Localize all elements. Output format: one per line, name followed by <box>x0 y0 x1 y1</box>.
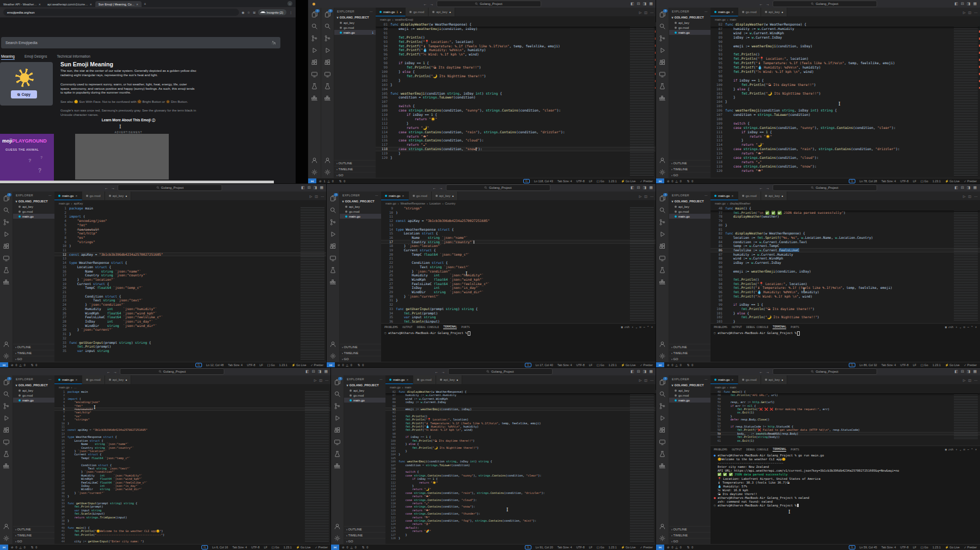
extensions-puzzle-icon[interactable]: ⊞ <box>253 10 255 14</box>
encoding-indicator[interactable]: UTF-8 <box>900 546 908 549</box>
problems-status[interactable]: ⊘0△0 <box>335 363 355 367</box>
sidebar-section-go[interactable]: › GO <box>340 356 381 362</box>
tab-size-indicator[interactable]: Tab Size: 4 <box>881 363 896 367</box>
nav-back-icon[interactable]: ← <box>433 186 437 190</box>
window-title-bar[interactable]: ←→Golang_Project◧⊟◨▦ <box>331 368 656 375</box>
cursor-position[interactable]: Ln 86, Col 32 <box>860 363 877 367</box>
new-terminal-icon[interactable]: + <box>955 325 957 329</box>
sidebar-section-outline[interactable]: › OUTLINE <box>669 526 710 532</box>
browser-tab-weatherapi-json[interactable]: api.weatherapi.com/v1/curre… ✕ <box>44 1 95 7</box>
gear-icon[interactable] <box>659 168 666 175</box>
tab-close-icon[interactable]: ✕ <box>402 194 404 197</box>
split-editor-icon[interactable]: ◫ <box>644 378 647 382</box>
tab-close-icon[interactable]: ✕ <box>731 10 733 14</box>
customize-layout-icon[interactable]: ▦ <box>324 369 328 374</box>
tab-api_key[interactable]: api_key● <box>105 191 132 200</box>
eol-indicator[interactable]: LF <box>589 363 592 367</box>
tab-api_key[interactable]: api_key● <box>428 8 455 16</box>
gear-icon[interactable] <box>334 534 341 541</box>
sidebar-section-outline[interactable]: › OUTLINE <box>669 344 710 350</box>
debug-icon[interactable] <box>3 230 10 237</box>
remote-icon[interactable] <box>659 254 666 261</box>
tab-close-icon[interactable]: ✕ <box>75 378 77 381</box>
run-button[interactable]: ▷ <box>963 378 966 382</box>
tab-api_key[interactable]: api_key● <box>761 8 788 16</box>
toggle-panel-icon[interactable]: ⊟ <box>308 186 311 190</box>
project-root-row[interactable]: ∨ GOLANG_PROJECT <box>334 15 376 20</box>
sidebar-section-outline[interactable]: › OUTLINE <box>344 526 385 532</box>
explorer-more-icon[interactable]: ⋯ <box>370 10 373 13</box>
maximize-panel-icon[interactable]: ^ <box>971 448 973 451</box>
split-panel-icon[interactable]: ⊟ <box>964 448 965 451</box>
prettier-indicator[interactable]: ✓ Prettier <box>315 546 328 549</box>
toggle-sidebar-icon[interactable]: ◧ <box>954 2 958 6</box>
split-editor-icon[interactable]: ◫ <box>968 378 971 382</box>
prettier-indicator[interactable]: ✓ Prettier <box>640 546 653 549</box>
scm-icon[interactable] <box>311 34 318 41</box>
scm-icon[interactable] <box>659 402 666 409</box>
learn-more-link[interactable]: Learn More About This Emoji ⓘ <box>60 118 197 123</box>
window-title-bar[interactable]: ←→Golang_Project◧⊟◨▦ <box>656 0 980 8</box>
eol-indicator[interactable]: LF <box>913 546 916 549</box>
command-center-search[interactable]: Golang_Project <box>448 368 553 375</box>
breadcrumb-segment[interactable]: main <box>405 386 411 389</box>
breadcrumb-segment[interactable]: Country <box>445 202 455 205</box>
toggle-panel-icon[interactable]: ⊟ <box>637 186 640 190</box>
cursor-position[interactable]: Ln 6, Col 16 <box>212 546 228 549</box>
nav-tab-emoji-designs[interactable]: Emoji Designs <box>24 54 47 60</box>
command-center-search[interactable]: Golang_Project <box>120 368 224 375</box>
file-row-go.mod[interactable]: go.mod <box>344 393 385 398</box>
file-row-main.go[interactable]: main.go <box>669 398 710 403</box>
files-icon[interactable]: 2 <box>324 10 331 17</box>
file-row-go.mod[interactable]: go.mod <box>13 393 54 398</box>
gear-icon[interactable] <box>659 352 666 359</box>
file-row-go.mod[interactable]: go.mod <box>340 209 381 214</box>
window-title-bar[interactable]: ←→Golang_Project◧⊟◨▦ <box>0 184 327 191</box>
file-row-api_key[interactable]: api_key <box>334 20 376 25</box>
sidebar-section-go[interactable]: › GO <box>669 172 710 178</box>
window-title-bar[interactable]: ←→Golang_Project◧⊟◨▦ <box>656 184 980 191</box>
sidebar-section-outline[interactable]: › OUTLINE <box>13 526 54 532</box>
remote-icon[interactable] <box>659 438 666 445</box>
tab-size-indicator[interactable]: Tab Size: 4 <box>881 546 896 549</box>
tab-main.go[interactable]: main.go✕ <box>381 191 409 200</box>
sidebar-section-outline[interactable]: › OUTLINE <box>13 344 54 350</box>
password-manager-icon[interactable]: ◉ <box>242 10 244 14</box>
toggle-secondary-sidebar-icon[interactable]: ◨ <box>643 186 647 190</box>
panel-tab-terminal[interactable]: TERMINAL <box>773 325 786 329</box>
panel-tab-debug-console[interactable]: DEBUG CONSOLE <box>746 325 769 329</box>
tab-go.mod[interactable]: go.mod <box>738 191 761 200</box>
breadcrumb-segment[interactable]: apiKey <box>74 202 83 205</box>
sidebar-section-go[interactable]: › GO <box>669 538 710 544</box>
omnibox[interactable]: emojipedia.org/sun <box>3 9 239 16</box>
tab-size-indicator[interactable]: Tab Size: 4 <box>558 180 572 183</box>
go-live-button[interactable]: ⚡ Go Live <box>945 546 960 549</box>
account-icon[interactable] <box>311 156 318 163</box>
tab-go.mod[interactable]: go.mod <box>406 8 428 16</box>
file-row-api_key[interactable]: api_key <box>669 204 710 209</box>
toggle-secondary-sidebar-icon[interactable]: ◨ <box>967 369 971 374</box>
breadcrumb-segment[interactable]: main.go <box>380 18 391 21</box>
remote-indicator[interactable]: ⋈ <box>0 545 8 550</box>
tab-api_key[interactable]: api_key● <box>436 375 463 384</box>
project-root-row[interactable]: ∨ GOLANG_PROJECT <box>13 382 54 388</box>
new-terminal-icon[interactable]: + <box>632 325 633 329</box>
remote-icon[interactable] <box>3 438 10 445</box>
cursor-position[interactable]: Ln 17, Col 40 <box>536 363 553 367</box>
more-actions-icon[interactable]: ⋯ <box>650 10 653 14</box>
breadcrumb-segment[interactable]: main.go <box>385 202 396 205</box>
midLeft-code-editor[interactable]: 1package main2 3import (4 "encoding/json… <box>54 206 327 362</box>
terminal-output[interactable]: ○atharv@Atharvs-MacBook-Air Golang_Proje… <box>710 330 980 362</box>
sidebar-section-go[interactable]: › GO <box>344 538 385 544</box>
toggle-sidebar-icon[interactable]: ◧ <box>630 369 634 374</box>
docker-icon[interactable] <box>334 462 341 469</box>
new-tab-button[interactable]: + <box>144 1 146 7</box>
extensions-icon[interactable] <box>334 426 341 433</box>
terminal-dropdown-icon[interactable]: ⌄ <box>959 448 961 451</box>
terminal-dropdown-icon[interactable]: ⌄ <box>959 325 961 329</box>
encoding-indicator[interactable]: UTF-8 <box>251 546 259 549</box>
nav-back-icon[interactable]: ← <box>759 2 763 6</box>
toggle-sidebar-icon[interactable]: ◧ <box>630 2 634 6</box>
eol-indicator[interactable]: LF <box>264 546 267 549</box>
encoding-indicator[interactable]: UTF-8 <box>576 546 584 549</box>
